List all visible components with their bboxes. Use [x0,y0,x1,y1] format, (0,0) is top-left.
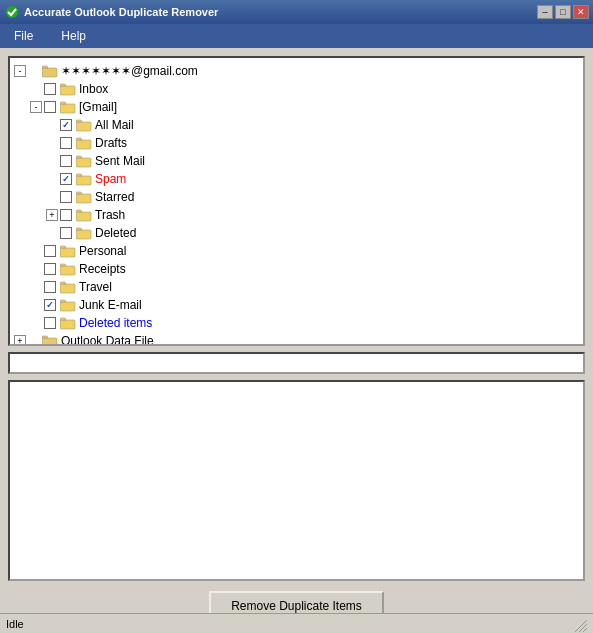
folder-icon-gmail [60,100,76,114]
folder-icon-outlookdata [42,334,58,346]
folder-icon-receipts [60,262,76,276]
title-bar-text: Accurate Outlook Duplicate Remover [24,6,537,18]
item-label-sentmail: Sent Mail [95,154,145,168]
folder-icon-deleted [76,226,92,240]
title-bar-buttons: – □ ✕ [537,5,589,19]
tree-item-inbox[interactable]: Inbox [10,80,583,98]
log-area[interactable] [8,380,585,581]
tree-item-allmail[interactable]: All Mail [10,116,583,134]
expand-btn-gmail[interactable]: - [30,101,42,113]
maximize-button[interactable]: □ [555,5,571,19]
item-label-drafts: Drafts [95,136,127,150]
item-label-junk: Junk E-mail [79,298,142,312]
tree-item-junk[interactable]: Junk E-mail [10,296,583,314]
svg-rect-8 [76,194,91,203]
svg-rect-7 [76,176,91,185]
title-bar: Accurate Outlook Duplicate Remover – □ ✕ [0,0,593,24]
tree-item-deleted[interactable]: Deleted [10,224,583,242]
folder-icon-spam [76,172,92,186]
status-text: Idle [6,618,571,630]
item-label-travel: Travel [79,280,112,294]
checkbox-sentmail[interactable] [60,155,72,167]
item-label-deleted: Deleted [95,226,136,240]
svg-line-19 [583,628,587,632]
folder-icon-personal [60,244,76,258]
expand-btn-account[interactable]: - [14,65,26,77]
svg-rect-12 [60,266,75,275]
item-label-receipts: Receipts [79,262,126,276]
folder-icon-inbox [60,82,76,96]
tree-item-trash[interactable]: + Trash [10,206,583,224]
tree-item-deleteditems[interactable]: Deleted items [10,314,583,332]
checkbox-allmail[interactable] [60,119,72,131]
tree-item-gmail[interactable]: - [Gmail] [10,98,583,116]
folder-icon-sentmail [76,154,92,168]
item-label-outlookdata: Outlook Data File [61,334,154,346]
expand-btn-trash[interactable]: + [46,209,58,221]
tree-item-travel[interactable]: Travel [10,278,583,296]
item-label-deleteditems: Deleted items [79,316,152,330]
item-label-spam: Spam [95,172,126,186]
menu-help[interactable]: Help [55,27,92,45]
svg-rect-3 [60,104,75,113]
svg-rect-2 [60,86,75,95]
checkbox-drafts[interactable] [60,137,72,149]
svg-rect-11 [60,248,75,257]
tree-item-receipts[interactable]: Receipts [10,260,583,278]
svg-rect-9 [76,212,91,221]
folder-icon-deleteditems [60,316,76,330]
tree-item-starred[interactable]: Starred [10,188,583,206]
svg-rect-13 [60,284,75,293]
tree-item-sentmail[interactable]: Sent Mail [10,152,583,170]
checkbox-receipts[interactable] [44,263,56,275]
checkbox-personal[interactable] [44,245,56,257]
svg-point-0 [6,6,18,18]
checkbox-inbox[interactable] [44,83,56,95]
folder-icon-starred [76,190,92,204]
tree-item-spam[interactable]: Spam [10,170,583,188]
checkbox-junk[interactable] [44,299,56,311]
item-label-personal: Personal [79,244,126,258]
checkbox-trash[interactable] [60,209,72,221]
tree-item-personal[interactable]: Personal [10,242,583,260]
svg-line-18 [579,624,587,632]
menu-file[interactable]: File [8,27,39,45]
expand-btn-outlookdata[interactable]: + [14,335,26,346]
item-label-gmail: [Gmail] [79,100,117,114]
item-label-trash: Trash [95,208,125,222]
svg-rect-16 [42,338,57,346]
tree-item-outlookdata[interactable]: + Outlook Data File [10,332,583,346]
folder-icon-travel [60,280,76,294]
folder-icon-trash [76,208,92,222]
checkbox-spam[interactable] [60,173,72,185]
close-button[interactable]: ✕ [573,5,589,19]
folder-icon-junk [60,298,76,312]
progress-bar-container [8,352,585,374]
checkbox-gmail[interactable] [44,101,56,113]
checkbox-deleted[interactable] [60,227,72,239]
svg-rect-1 [42,68,57,77]
svg-rect-14 [60,302,75,311]
svg-rect-10 [76,230,91,239]
svg-rect-15 [60,320,75,329]
app-icon [4,4,20,20]
folder-icon-account [42,64,58,78]
checkbox-deleteditems[interactable] [44,317,56,329]
folder-icon-allmail [76,118,92,132]
resize-grip [571,616,587,632]
menu-bar: File Help [0,24,593,48]
svg-rect-6 [76,158,91,167]
tree-item-account[interactable]: - ✶✶✶✶✶✶✶@gmail.com [10,62,583,80]
item-label-inbox: Inbox [79,82,108,96]
item-label-starred: Starred [95,190,134,204]
svg-rect-4 [76,122,91,131]
tree-item-drafts[interactable]: Drafts [10,134,583,152]
minimize-button[interactable]: – [537,5,553,19]
item-label-account: ✶✶✶✶✶✶✶@gmail.com [61,64,198,78]
checkbox-travel[interactable] [44,281,56,293]
checkbox-starred[interactable] [60,191,72,203]
item-label-allmail: All Mail [95,118,134,132]
folder-icon-drafts [76,136,92,150]
status-bar: Idle [0,613,593,633]
folder-tree[interactable]: - ✶✶✶✶✶✶✶@gmail.com Inbox- [Gmail] All M… [8,56,585,346]
